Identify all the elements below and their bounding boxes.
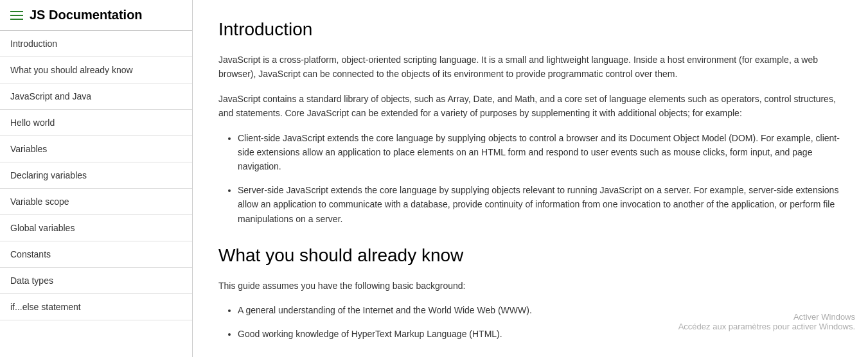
sidebar-item-introduction[interactable]: Introduction: [0, 31, 192, 57]
sidebar-header: JS Documentation: [0, 0, 192, 31]
sidebar-item-global-variables[interactable]: Global variables: [0, 215, 192, 241]
section-title-introduction: Introduction: [218, 19, 842, 40]
list-item: A general understanding of the Internet …: [238, 303, 842, 317]
sidebar-item-if-else-statement[interactable]: if...else statement: [0, 294, 192, 320]
sidebar-item-data-types[interactable]: Data types: [0, 268, 192, 294]
sidebar-title: JS Documentation: [30, 8, 143, 22]
sidebar-item-constants[interactable]: Constants: [0, 241, 192, 268]
sidebar-link-global-variables[interactable]: Global variables: [0, 215, 192, 241]
content-list-what-you-should-already-know: A general understanding of the Internet …: [238, 303, 842, 341]
sidebar-link-variable-scope[interactable]: Variable scope: [0, 189, 192, 214]
section-title-what-you-should-already-know: What you should already know: [218, 245, 842, 266]
list-item: Client-side JavaScript extends the core …: [238, 131, 842, 174]
nav-items-list: IntroductionWhat you should already know…: [0, 31, 192, 320]
list-item: Good working knowledge of HyperText Mark…: [238, 327, 842, 341]
sidebar: JS Documentation IntroductionWhat you sh…: [0, 0, 193, 357]
main-content: IntroductionJavaScript is a cross-platfo…: [193, 0, 868, 357]
sidebar-link-if-else-statement[interactable]: if...else statement: [0, 294, 192, 320]
paragraph: JavaScript is a cross-platform, object-o…: [218, 53, 842, 82]
sidebar-link-data-types[interactable]: Data types: [0, 268, 192, 293]
section-what-you-should-already-know: What you should already knowThis guide a…: [218, 245, 842, 341]
hamburger-icon[interactable]: [10, 11, 23, 20]
sidebar-item-hello-world[interactable]: Hello world: [0, 110, 192, 136]
content-list-introduction: Client-side JavaScript extends the core …: [238, 131, 842, 226]
section-introduction: IntroductionJavaScript is a cross-platfo…: [218, 19, 842, 226]
nav-list: IntroductionWhat you should already know…: [0, 31, 192, 357]
sidebar-item-what-you-should-already-know[interactable]: What you should already know: [0, 57, 192, 83]
sidebar-item-declaring-variables[interactable]: Declaring variables: [0, 162, 192, 189]
sidebar-link-what-you-should-already-know[interactable]: What you should already know: [0, 57, 192, 83]
paragraph: This guide assumes you have the followin…: [218, 279, 842, 293]
paragraph: JavaScript contains a standard library o…: [218, 92, 842, 121]
sidebar-link-declaring-variables[interactable]: Declaring variables: [0, 162, 192, 188]
sidebar-item-variable-scope[interactable]: Variable scope: [0, 189, 192, 215]
sidebar-link-constants[interactable]: Constants: [0, 241, 192, 267]
sidebar-link-introduction[interactable]: Introduction: [0, 31, 192, 57]
list-item: Server-side JavaScript extends the core …: [238, 183, 842, 226]
sidebar-link-javascript-and-java[interactable]: JavaScript and Java: [0, 83, 192, 109]
sidebar-link-hello-world[interactable]: Hello world: [0, 110, 192, 135]
sidebar-item-variables[interactable]: Variables: [0, 136, 192, 162]
sidebar-link-variables[interactable]: Variables: [0, 136, 192, 162]
sidebar-item-javascript-and-java[interactable]: JavaScript and Java: [0, 83, 192, 110]
